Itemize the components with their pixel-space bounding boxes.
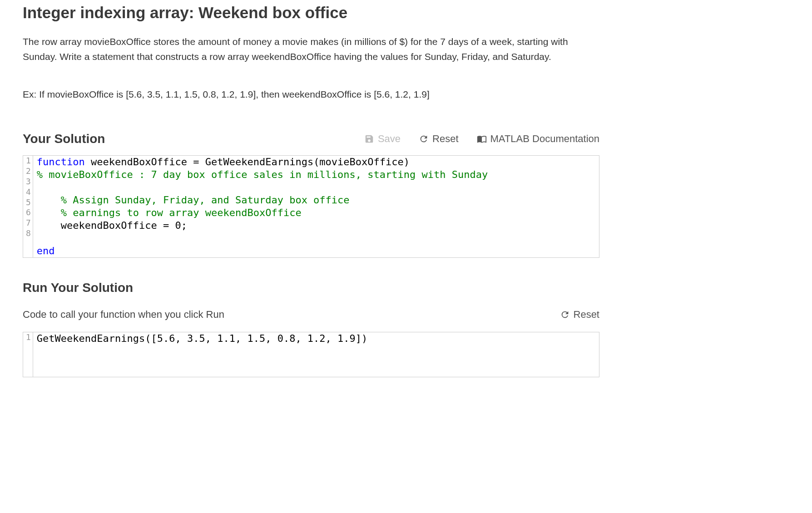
problem-description: The row array movieBoxOffice stores the …	[23, 35, 599, 64]
run-reset-button[interactable]: Reset	[560, 309, 599, 321]
save-icon	[364, 134, 374, 144]
solution-editor[interactable]: 12345678 function weekendBoxOffice = Get…	[23, 155, 599, 258]
run-reset-label: Reset	[574, 309, 599, 321]
page-title: Integer indexing array: Weekend box offi…	[23, 4, 599, 22]
run-title: Run Your Solution	[23, 281, 599, 295]
problem-example: Ex: If movieBoxOffice is [5.6, 3.5, 1.1,…	[23, 89, 599, 100]
reset-button[interactable]: Reset	[419, 133, 458, 145]
book-icon	[477, 134, 487, 144]
docs-button[interactable]: MATLAB Documentation	[477, 133, 599, 145]
run-gutter: 1	[23, 332, 33, 377]
run-editor[interactable]: 1 GetWeekendEarnings([5.6, 3.5, 1.1, 1.5…	[23, 332, 599, 377]
reset-icon	[419, 134, 429, 144]
solution-gutter: 12345678	[23, 156, 33, 257]
reset-icon	[560, 310, 570, 320]
reset-label: Reset	[432, 133, 458, 145]
solution-code[interactable]: function weekendBoxOffice = GetWeekendEa…	[33, 156, 599, 257]
save-button: Save	[364, 133, 401, 145]
solution-toolbar: Save Reset MATLAB Documentation	[364, 133, 599, 145]
run-code[interactable]: GetWeekendEarnings([5.6, 3.5, 1.1, 1.5, …	[33, 332, 599, 377]
run-subtitle: Code to call your function when you clic…	[23, 309, 224, 321]
docs-label: MATLAB Documentation	[490, 133, 599, 145]
solution-title: Your Solution	[23, 132, 105, 146]
save-label: Save	[378, 133, 401, 145]
